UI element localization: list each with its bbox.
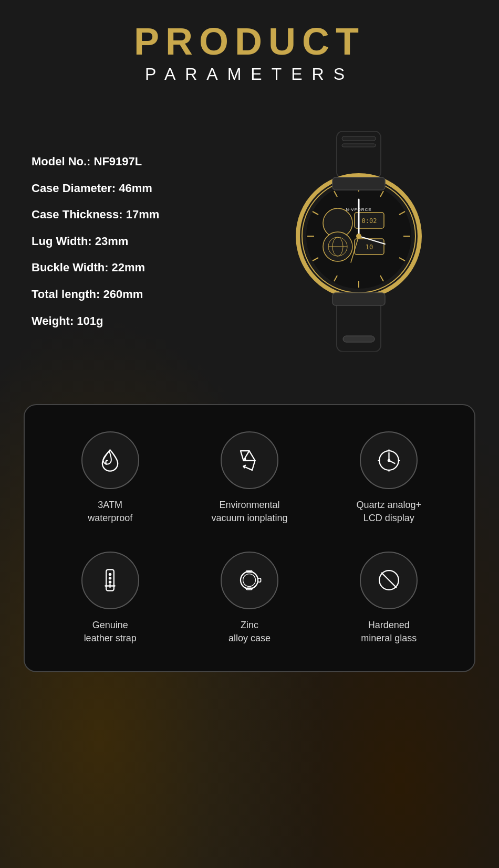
svg-rect-57 [258, 578, 261, 582]
feature-item-ionplating: Environmentalvacuum ionplating [185, 431, 314, 525]
water-drop-icon [96, 446, 124, 475]
watch-image-container: 0:02 10 [250, 131, 467, 352]
svg-point-50 [109, 574, 111, 576]
strap-icon-circle [81, 552, 139, 609]
spec-item-0: Model No.: NF9197L [32, 154, 250, 170]
svg-point-52 [109, 581, 111, 583]
display-icon-circle [360, 431, 418, 489]
watch-case-icon [235, 566, 264, 595]
svg-point-56 [243, 574, 256, 587]
ionplating-icon-circle [221, 431, 278, 489]
svg-rect-40 [332, 293, 385, 305]
feature-item-glass: Hardenedmineral glass [325, 552, 453, 645]
svg-point-51 [109, 577, 111, 579]
svg-rect-38 [343, 336, 375, 342]
spec-item-4: Buckle Width: 22mm [32, 260, 250, 276]
svg-rect-2 [342, 144, 376, 147]
svg-rect-39 [332, 177, 385, 190]
glass-icon-circle [360, 552, 418, 609]
svg-point-44 [388, 459, 390, 461]
feature-item-case: Zincalloy case [185, 552, 314, 645]
svg-text:N·VFORCE: N·VFORCE [346, 207, 371, 212]
feature-item-waterproof: 3ATMwaterproof [46, 431, 174, 525]
specs-section: Model No.: NF9197LCase Diameter: 46mmCas… [0, 110, 499, 373]
case-icon-circle [221, 552, 278, 609]
strap-icon [96, 566, 124, 595]
spec-item-6: Weight: 101g [32, 314, 250, 329]
svg-point-35 [356, 234, 361, 239]
svg-rect-1 [342, 136, 376, 141]
clock-display-icon [375, 446, 403, 475]
title-main: PRODUCT [134, 21, 365, 62]
case-label: Zincalloy case [228, 619, 271, 645]
specs-list: Model No.: NF9197LCase Diameter: 46mmCas… [32, 154, 250, 329]
mineral-glass-icon [375, 566, 403, 595]
svg-line-61 [382, 573, 397, 588]
strap-label: Genuineleather strap [84, 619, 137, 645]
spec-item-2: Case Thickness: 17mm [32, 207, 250, 223]
page-container: PRODUCT PARAMETERS Model No.: NF9197LCas… [0, 0, 499, 704]
waterproof-label: 3ATMwaterproof [88, 499, 132, 525]
svg-text:0:02: 0:02 [361, 217, 377, 225]
display-label: Quartz analog+LCD display [357, 499, 422, 525]
features-section: 3ATMwaterproof Environmentalvacuum ionpl… [24, 404, 475, 672]
title-sub: PARAMETERS [134, 65, 365, 84]
watch-illustration: 0:02 10 [275, 131, 443, 352]
recycle-icon [235, 446, 264, 475]
waterproof-icon-circle [81, 431, 139, 489]
feature-item-strap: Genuineleather strap [46, 552, 174, 645]
ionplating-label: Environmentalvacuum ionplating [211, 499, 287, 525]
spec-item-1: Case Diameter: 46mm [32, 181, 250, 196]
feature-item-display: Quartz analog+LCD display [325, 431, 453, 525]
glass-label: Hardenedmineral glass [361, 619, 417, 645]
spec-item-3: Lug Width: 23mm [32, 234, 250, 249]
spec-item-5: Total length: 260mm [32, 287, 250, 302]
title-section: PRODUCT PARAMETERS [134, 21, 365, 84]
svg-text:10: 10 [365, 244, 372, 251]
